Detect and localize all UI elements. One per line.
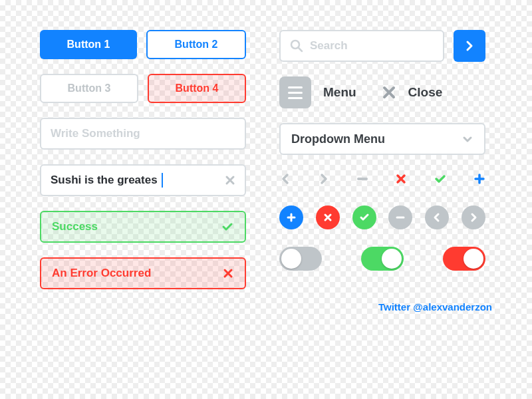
left-column: Button 1 Button 2 Button 3 Button 4 Writ… xyxy=(40,30,246,289)
close-circle-button[interactable] xyxy=(316,205,340,229)
minus-circle-button[interactable] xyxy=(388,205,412,229)
text-input-filled[interactable]: Sushi is the greates xyxy=(40,164,246,196)
next-circle-button[interactable] xyxy=(462,205,485,229)
search-icon xyxy=(290,39,303,53)
menu-label: Menu xyxy=(323,85,356,100)
toggle-on-red[interactable] xyxy=(443,247,485,271)
clear-icon[interactable] xyxy=(225,175,235,186)
hamburger-icon xyxy=(288,86,303,88)
input-value: Sushi is the greates xyxy=(51,174,158,187)
text-caret xyxy=(162,173,163,188)
plus-icon[interactable] xyxy=(473,173,485,185)
menu-button[interactable] xyxy=(279,76,311,108)
right-column: Search Menu Close Dropdown Menu xyxy=(279,30,485,289)
check-icon[interactable] xyxy=(434,172,447,186)
button-2[interactable]: Button 2 xyxy=(146,30,246,59)
check-circle-button[interactable] xyxy=(352,205,376,229)
check-icon xyxy=(221,220,234,233)
text-input-empty[interactable]: Write Something xyxy=(40,118,246,150)
credit-text: Twitter @alexvanderzon xyxy=(40,301,492,313)
button-4[interactable]: Button 4 xyxy=(148,74,246,103)
submit-button[interactable] xyxy=(454,30,485,62)
chevron-right-icon xyxy=(464,40,475,52)
x-icon[interactable] xyxy=(395,173,407,185)
chevron-left-icon[interactable] xyxy=(279,173,291,185)
dropdown-menu[interactable]: Dropdown Menu xyxy=(279,123,485,155)
alert-error-text: An Error Occurred xyxy=(52,267,151,280)
button-3[interactable]: Button 3 xyxy=(40,74,138,103)
prev-circle-button[interactable] xyxy=(425,205,449,229)
placeholder-text: Write Something xyxy=(51,127,140,140)
search-placeholder: Search xyxy=(310,39,348,53)
toggle-off[interactable] xyxy=(279,247,322,271)
alert-success: Success xyxy=(40,211,246,243)
alert-error: An Error Occurred xyxy=(40,257,246,289)
x-icon xyxy=(222,267,234,279)
chevron-right-icon[interactable] xyxy=(318,173,330,185)
dropdown-label: Dropdown Menu xyxy=(291,132,385,146)
minus-icon[interactable] xyxy=(356,173,368,185)
chevron-down-icon xyxy=(462,133,473,145)
toggle-on-green[interactable] xyxy=(361,247,404,271)
button-1[interactable]: Button 1 xyxy=(40,30,137,59)
close-label: Close xyxy=(408,85,443,100)
search-input[interactable]: Search xyxy=(279,30,444,62)
close-icon[interactable] xyxy=(382,85,396,100)
add-circle-button[interactable] xyxy=(279,205,303,229)
alert-success-text: Success xyxy=(52,220,98,233)
